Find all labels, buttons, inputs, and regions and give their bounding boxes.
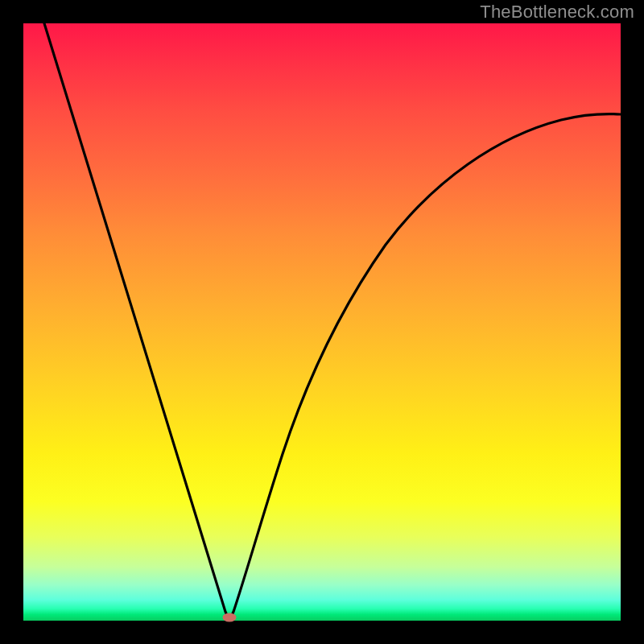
optimum-marker	[223, 613, 237, 622]
chart-frame: TheBottleneck.com	[0, 0, 644, 644]
watermark-text: TheBottleneck.com	[480, 2, 634, 23]
bottleneck-curve	[23, 23, 621, 621]
plot-area	[23, 23, 621, 621]
